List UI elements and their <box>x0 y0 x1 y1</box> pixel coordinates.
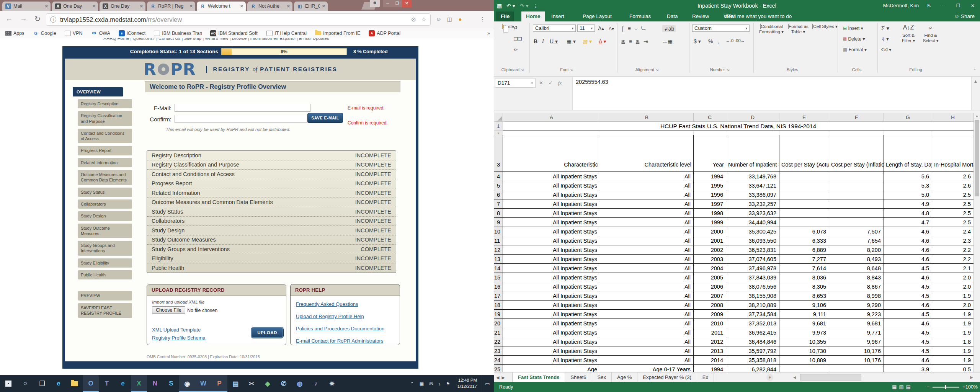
excel-restore-button[interactable]: ❐ <box>951 0 965 11</box>
cell[interactable]: 4.6 <box>884 273 932 282</box>
cell[interactable]: 7,614 <box>779 264 829 273</box>
tab-close-icon[interactable]: ✕ <box>92 4 96 9</box>
cell[interactable] <box>694 131 726 135</box>
bookmark-item[interactable]: ✉OWA <box>91 30 110 36</box>
tray-icon[interactable]: ✉ <box>429 381 433 387</box>
cell[interactable] <box>884 131 932 135</box>
cell[interactable]: 36,093,550 <box>726 236 779 245</box>
cell[interactable]: 2.0 <box>932 301 974 310</box>
sidebar-item[interactable]: Registry Description <box>78 99 132 108</box>
cell[interactable]: 4.6 <box>884 236 932 245</box>
sidebar-item-preview[interactable]: PREVIEW <box>78 291 132 300</box>
cell[interactable]: All <box>600 255 694 264</box>
fill-icon[interactable]: ⇓ ▾ <box>881 37 889 41</box>
bookmark-item[interactable]: VPN <box>65 31 83 36</box>
cell[interactable]: 5.3 <box>884 181 932 190</box>
ribbon-tab-formulas[interactable]: Formulas <box>625 11 655 21</box>
status-table-row[interactable]: Outcome Measures and Common Data Element… <box>147 198 396 207</box>
zoom-level[interactable]: 100% <box>965 382 978 392</box>
row-header[interactable]: 15 <box>494 273 503 282</box>
confirm-email-field[interactable] <box>175 115 310 123</box>
name-box[interactable]: D171▾ <box>495 78 536 88</box>
cell[interactable]: 6,333 <box>779 236 829 245</box>
clear-icon[interactable]: ⌫ ▾ <box>881 47 891 52</box>
cell[interactable]: 6,073 <box>779 227 829 236</box>
cell[interactable]: 4.6 <box>884 301 932 310</box>
extension-alert-icon[interactable]: ● <box>456 15 464 23</box>
tab-close-icon[interactable]: ✕ <box>287 4 290 9</box>
bookmark-item[interactable]: Imported From IE <box>315 31 360 36</box>
cell[interactable]: 1995 <box>694 181 726 190</box>
bookmark-item[interactable]: Apps <box>5 31 24 36</box>
cell[interactable]: 7,507 <box>829 227 884 236</box>
header-cell[interactable]: Characteristic level <box>600 135 694 172</box>
cell[interactable]: All <box>600 236 694 245</box>
bookmark-item[interactable]: IT Help Central <box>266 31 307 36</box>
ribbon-tab-review[interactable]: Review <box>688 11 714 21</box>
sidebar-item[interactable]: Related Information <box>78 158 132 167</box>
cell[interactable]: 2.5 <box>932 199 974 209</box>
font-name-combo[interactable]: Calibri▾ <box>533 24 576 32</box>
cell[interactable]: 2006 <box>694 282 726 291</box>
column-header[interactable]: F <box>829 113 884 122</box>
upload-link[interactable]: Registry Profile Schema <box>152 334 205 342</box>
cell[interactable]: All Inpatient Stays <box>503 181 600 190</box>
cell[interactable]: 34,440,994 <box>726 218 779 227</box>
vertical-scrollbar[interactable]: ▲ <box>973 113 980 372</box>
bookmark-item[interactable]: siConnect <box>119 30 145 36</box>
find-select-button[interactable]: ⌕Find & Select ▾ <box>920 24 941 44</box>
cell[interactable]: 2.6 <box>932 181 974 190</box>
new-sheet-icon[interactable]: + <box>766 374 773 381</box>
help-link[interactable]: Policies and Procedures Documentation <box>296 326 384 332</box>
cell[interactable]: 9,771 <box>829 328 884 337</box>
row-header[interactable]: 14 <box>494 264 503 273</box>
ribbon-tab-page-layout[interactable]: Page Layout <box>578 11 616 21</box>
browser-tab[interactable]: XOne Day✕ <box>52 2 98 11</box>
horizontal-align-icons[interactable]: ≦≡≧⇥ <box>621 38 648 44</box>
row-header[interactable]: 8 <box>494 209 503 218</box>
cell[interactable]: 9,681 <box>779 319 829 328</box>
vertical-align-icons[interactable]: ⌠≡⌣⤿ <box>621 25 646 32</box>
cell[interactable]: 33,232,257 <box>726 199 779 209</box>
cell[interactable]: 8,493 <box>829 255 884 264</box>
cell[interactable]: All Inpatient Stays <box>503 209 600 218</box>
cell[interactable]: All Inpatient Stays <box>503 227 600 236</box>
cell[interactable] <box>829 209 884 218</box>
redo-icon[interactable]: ↷ ▾ <box>520 3 529 9</box>
cell[interactable]: 4.8 <box>884 209 932 218</box>
cell[interactable]: 2004 <box>694 264 726 273</box>
cell[interactable]: 1994 <box>694 172 726 181</box>
cell[interactable]: All <box>600 273 694 282</box>
chrome-icon[interactable]: ◉ <box>179 375 195 392</box>
cell[interactable]: 33,923,632 <box>726 209 779 218</box>
cell[interactable]: 37,843,039 <box>726 273 779 282</box>
bookmark-item[interactable]: GGoogle <box>33 30 56 36</box>
cell[interactable]: 4.5 <box>884 310 932 319</box>
header-cell[interactable]: Number of Inpatient Stays <box>726 135 779 172</box>
sheet-nav-arrows[interactable]: ◀▶ <box>496 372 507 382</box>
cell[interactable]: 4.5 <box>884 291 932 301</box>
email-field[interactable] <box>175 104 310 112</box>
font-size-combo[interactable]: 11▾ <box>577 24 595 32</box>
sheet-tab-fast-stats-trends[interactable]: Fast Stats Trends <box>512 372 565 382</box>
cell[interactable]: 4.9 <box>884 199 932 209</box>
wrap-text-icon[interactable]: ↲ab <box>662 25 676 32</box>
cell[interactable]: All Inpatient Stays <box>503 255 600 264</box>
sidebar-item[interactable]: Collaborators <box>78 199 132 209</box>
column-header[interactable]: B <box>600 113 694 122</box>
cell[interactable]: 1.9 <box>932 291 974 301</box>
cell[interactable] <box>829 218 884 227</box>
tray-icon[interactable]: ⚑ <box>446 381 450 387</box>
sidebar-item[interactable]: Study Outcome Measures <box>78 224 132 238</box>
scroll-up-icon[interactable]: ▲ <box>974 113 980 118</box>
cell[interactable]: 1996 <box>694 190 726 199</box>
select-all-corner[interactable] <box>494 113 503 122</box>
onenote-icon[interactable]: N <box>147 375 163 392</box>
italic-icon[interactable]: I <box>542 38 544 44</box>
cell[interactable]: 4.5 <box>884 282 932 291</box>
cell[interactable]: 1.9 <box>932 346 974 356</box>
cell[interactable]: All <box>600 282 694 291</box>
row-header[interactable]: 10 <box>494 227 503 236</box>
sidebar-item[interactable]: Progress Report <box>78 146 132 155</box>
sidebar-item[interactable]: Registry Classification and Purpose <box>78 111 132 126</box>
